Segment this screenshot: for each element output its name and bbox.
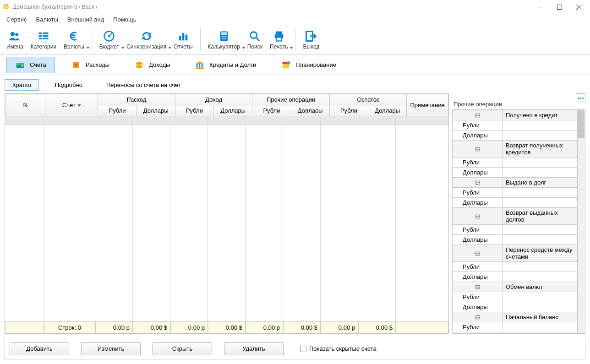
show-hidden-input[interactable] (300, 346, 306, 352)
side-group[interactable]: ⊟Перенос средств между счетами (453, 245, 578, 262)
side-row[interactable]: Рубли (453, 120, 578, 130)
col-income-usd[interactable]: Доллары (214, 105, 252, 116)
side-row[interactable]: Рубли (453, 188, 578, 198)
footer-val: 0,00 $ (208, 321, 246, 333)
subtab-detailed[interactable]: Подробно (47, 79, 90, 91)
svg-rect-40 (202, 64, 203, 67)
svg-rect-8 (39, 38, 42, 40)
svg-rect-7 (39, 35, 42, 37)
side-group[interactable]: ⊟Начальный баланс (453, 312, 578, 322)
side-row[interactable]: Доллары (453, 272, 578, 282)
exit-button[interactable]: Выход (299, 28, 323, 52)
footer-rowcount: Строк: 0 (44, 321, 95, 333)
col-balance[interactable]: Остаток (329, 94, 406, 105)
col-n[interactable]: N (5, 94, 45, 116)
reports-button[interactable]: Отчеты (170, 28, 196, 52)
budget-button[interactable]: Бюджет (96, 28, 123, 52)
collapse-icon[interactable]: ⊟ (453, 178, 503, 188)
side-row[interactable]: Рубли (453, 225, 578, 235)
subtab-brief[interactable]: Кратко (5, 79, 39, 91)
tab-credits[interactable]: Кредиты и Долги (186, 57, 265, 73)
side-row[interactable]: Доллары (453, 302, 578, 312)
calculator-button[interactable]: Калькулятор (204, 28, 244, 52)
svg-rect-10 (43, 35, 49, 37)
col-note[interactable]: Примечание (407, 94, 448, 116)
svg-rect-11 (43, 38, 49, 40)
side-group[interactable]: ⊟Возврат полученных кредитов (453, 141, 578, 158)
tab-accounts[interactable]: Счета (6, 57, 55, 73)
col-balance-rub[interactable]: Рубли (329, 105, 368, 116)
show-hidden-checkbox[interactable]: Показать скрытые счета (300, 345, 377, 352)
svg-point-25 (251, 32, 257, 38)
side-row[interactable]: Доллары (453, 130, 578, 141)
col-other-usd[interactable]: Доллары (291, 105, 329, 116)
col-account[interactable]: Счет (45, 94, 98, 116)
col-other-rub[interactable]: Рубли (252, 105, 291, 116)
hide-button[interactable]: Скрыть (153, 342, 212, 355)
separator (295, 28, 295, 51)
side-row[interactable]: Доллары (453, 198, 578, 208)
menu-help[interactable]: Помощь (109, 15, 141, 24)
svg-rect-39 (199, 64, 200, 67)
scrollbar[interactable] (578, 110, 585, 333)
separator (92, 28, 92, 51)
side-row[interactable]: Рубли (453, 292, 578, 302)
delete-button[interactable]: Удалить (224, 342, 284, 355)
chevron-down-icon (86, 47, 90, 49)
col-income[interactable]: Доход (175, 94, 252, 105)
side-grid: ⊟Получено в кредитРублиДоллары⊟Возврат п… (452, 109, 585, 334)
sync-button[interactable]: Синхронизация (123, 28, 170, 52)
col-expense-rub[interactable]: Рубли (98, 105, 137, 116)
currencies-button[interactable]: Валюты (60, 28, 88, 52)
collapse-icon[interactable]: ⊟ (453, 141, 503, 158)
side-row[interactable]: Рубли (453, 322, 578, 332)
categories-button[interactable]: Категории (27, 28, 60, 52)
menu-currencies[interactable]: Валюты (32, 15, 63, 24)
collapse-icon[interactable]: ⊟ (453, 208, 503, 225)
subtabs: Кратко Подробно Переносы со счета на сче… (0, 75, 590, 92)
svg-rect-14 (179, 36, 181, 40)
side-row[interactable]: Доллары (453, 235, 578, 245)
close-button[interactable] (569, 0, 588, 14)
side-row[interactable]: Рубли (453, 262, 578, 272)
collapse-icon[interactable]: ⊟ (453, 312, 503, 322)
tab-expenses[interactable]: Расходы (62, 57, 118, 73)
more-handle[interactable]: ••• (577, 93, 585, 102)
grid-body[interactable] (5, 116, 448, 321)
side-group[interactable]: ⊟Возврат выданных долгов (453, 208, 578, 225)
footer-val: 0,00 р (246, 321, 283, 333)
col-balance-usd[interactable]: Доллары (368, 105, 407, 116)
minimize-button[interactable] (530, 0, 550, 14)
svg-rect-26 (276, 32, 282, 34)
col-expense-usd[interactable]: Доллары (137, 105, 175, 116)
add-button[interactable]: Добавить (10, 342, 69, 355)
menu-service[interactable]: Сервис (2, 15, 32, 24)
col-expense[interactable]: Расход (98, 94, 175, 105)
app-icon (2, 3, 10, 11)
maximize-button[interactable] (550, 0, 569, 14)
svg-rect-41 (196, 67, 204, 69)
names-button[interactable]: Имена (3, 28, 27, 52)
toolbar: Имена Категории Валюты Бюджет Синхрониза… (0, 25, 590, 55)
side-row[interactable]: Рубли (453, 158, 578, 168)
print-button[interactable]: Печать (266, 28, 291, 52)
collapse-icon[interactable]: ⊟ (453, 245, 503, 262)
tab-income[interactable]: Доходы (126, 57, 179, 73)
search-button[interactable]: Поиск (244, 28, 266, 52)
col-income-rub[interactable]: Рубли (175, 105, 213, 116)
tab-planning[interactable]: Планирование (272, 57, 345, 73)
separator (200, 28, 201, 51)
svg-point-23 (224, 38, 224, 39)
edit-button[interactable]: Изменить (81, 342, 141, 355)
col-other[interactable]: Прочие операции (252, 94, 329, 105)
side-group[interactable]: ⊟Обмен валют (453, 282, 578, 292)
side-group[interactable]: ⊟Выдано в долг (453, 178, 578, 188)
side-group[interactable]: ⊟Получено в кредит (453, 110, 578, 120)
menu-view[interactable]: Внешний вид (63, 15, 109, 24)
side-row[interactable]: Доллары (453, 168, 578, 178)
side-panel: ••• Прочие операции ⊟Получено в кредитРу… (452, 93, 585, 334)
collapse-icon[interactable]: ⊟ (453, 282, 503, 292)
collapse-icon[interactable]: ⊟ (453, 110, 503, 120)
subtab-transfers[interactable]: Переносы со счета на счет (98, 79, 189, 91)
chart-icon (177, 30, 190, 43)
